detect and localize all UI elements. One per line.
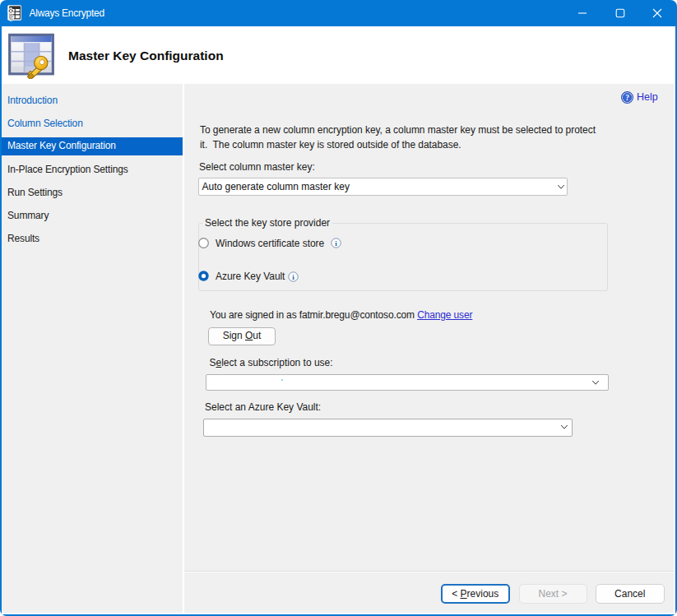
svg-text:?: ? (625, 93, 629, 101)
